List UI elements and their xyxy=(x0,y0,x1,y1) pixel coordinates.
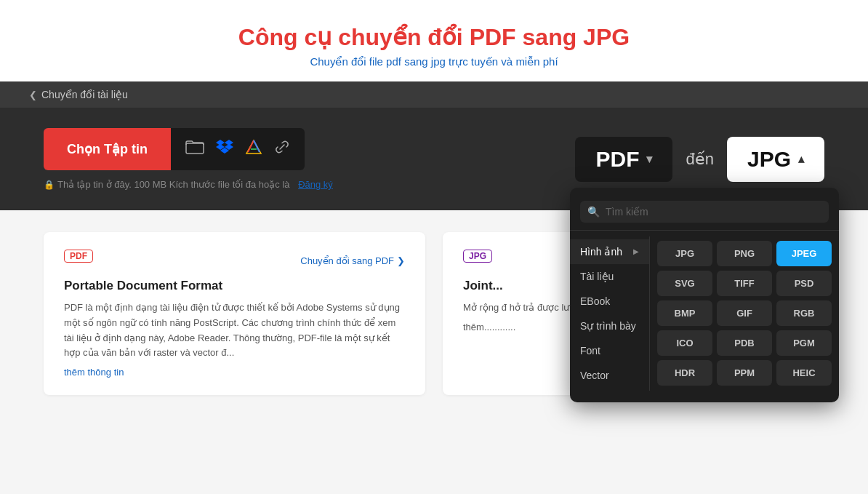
category-item-vector[interactable]: Vector xyxy=(570,363,649,388)
category-arrow-icon: ▶ xyxy=(633,247,639,255)
format-gif[interactable]: GIF xyxy=(717,300,772,326)
category-item-hinh-anh[interactable]: Hình ảnh ▶ xyxy=(570,239,649,264)
category-item-tai-lieu[interactable]: Tài liệu xyxy=(570,264,649,289)
pdf-card: PDF Chuyển đổi sang PDF ❯ Portable Docum… xyxy=(44,232,425,395)
source-format-label: PDF xyxy=(595,147,639,172)
format-rgb[interactable]: RGB xyxy=(776,300,832,326)
drop-text: 🔒 Thả tập tin ở đây. 100 MB Kích thước f… xyxy=(44,179,333,190)
target-format-button[interactable]: JPG ▴ xyxy=(727,137,824,182)
category-item-ebook[interactable]: EBook xyxy=(570,289,649,314)
target-format-wrapper: JPG ▴ 🔍 xyxy=(727,137,824,182)
pdf-card-text: PDF là một định dạng tài liệu điện tử đư… xyxy=(64,300,405,361)
pdf-badge: PDF xyxy=(64,250,93,263)
format-jpeg[interactable]: JPEG xyxy=(776,241,832,266)
right-section: PDF ▾ đến JPG ▴ 🔍 xyxy=(575,137,824,182)
format-png[interactable]: PNG xyxy=(717,241,772,266)
svg-rect-0 xyxy=(186,143,204,154)
choose-file-button[interactable]: Chọn Tập tin xyxy=(44,128,171,170)
format-jpg[interactable]: JPG xyxy=(657,241,712,266)
category-item-font[interactable]: Font xyxy=(570,338,649,363)
format-pdb[interactable]: PDB xyxy=(717,330,772,356)
drop-description: Thả tập tin ở đây. 100 MB Kích thước fil… xyxy=(57,179,290,190)
format-svg[interactable]: SVG xyxy=(657,271,712,296)
category-label: Sự trình bày xyxy=(580,320,636,332)
source-format-button[interactable]: PDF ▾ xyxy=(575,137,672,182)
svg-line-9 xyxy=(254,140,260,152)
to-label: đến xyxy=(686,150,713,169)
choose-file-row: Chọn Tập tin xyxy=(44,128,333,170)
format-psd[interactable]: PSD xyxy=(776,271,832,296)
folder-icon[interactable] xyxy=(185,139,204,159)
target-format-label: JPG xyxy=(747,147,791,172)
search-input-wrapper: 🔍 xyxy=(580,201,829,223)
left-section: Chọn Tập tin xyxy=(44,128,333,190)
format-grid: JPG PNG JPEG SVG TIFF PSD BMP GIF RGB IC… xyxy=(650,236,839,391)
category-item-su-trinh-bay[interactable]: Sự trình bày xyxy=(570,314,649,338)
google-drive-icon[interactable] xyxy=(245,139,262,159)
format-ppm[interactable]: PPM xyxy=(717,360,772,386)
format-bmp[interactable]: BMP xyxy=(657,300,712,326)
dropbox-icon[interactable] xyxy=(216,138,233,160)
search-row: 🔍 xyxy=(570,195,839,231)
category-label: Vector xyxy=(580,370,609,381)
converter-bar: ❮ Chuyển đổi tài liệu Chọn Tập tin xyxy=(0,81,868,210)
file-icons-row xyxy=(171,128,305,170)
link-icon[interactable] xyxy=(274,139,290,159)
convert-link-text: Chuyển đổi sang PDF xyxy=(300,255,394,266)
page-header: Công cụ chuyển đổi PDF sang JPG Chuyển đ… xyxy=(0,0,868,81)
breadcrumb: ❮ Chuyển đổi tài liệu xyxy=(0,81,868,108)
format-tiff[interactable]: TIFF xyxy=(717,271,772,296)
category-label: Font xyxy=(580,345,600,356)
category-label: Tài liệu xyxy=(580,271,614,282)
target-format-chevron-icon: ▴ xyxy=(798,152,804,166)
breadcrumb-text[interactable]: Chuyển đổi tài liệu xyxy=(41,89,128,100)
convert-to-pdf-link[interactable]: Chuyển đổi sang PDF ❯ xyxy=(300,255,405,266)
page-subtitle: Chuyển đổi file pdf sang jpg trực tuyến … xyxy=(0,55,868,68)
page-title: Công cụ chuyển đổi PDF sang JPG xyxy=(0,23,868,51)
jpg-badge: JPG xyxy=(463,250,492,263)
pdf-more-link[interactable]: thêm thông tin xyxy=(64,367,405,378)
link-arrow-icon: ❯ xyxy=(397,255,405,266)
svg-line-8 xyxy=(248,140,254,152)
format-dropdown: 🔍 Hình ảnh ▶ Tài li xyxy=(570,188,839,402)
category-list: Hình ảnh ▶ Tài liệu EBook Sự trình bày xyxy=(570,236,650,391)
pdf-card-title: Portable Document Format xyxy=(64,279,405,293)
source-format-chevron-icon: ▾ xyxy=(646,152,652,166)
format-pgm[interactable]: PGM xyxy=(776,330,832,356)
format-hdr[interactable]: HDR xyxy=(657,360,712,386)
search-icon: 🔍 xyxy=(587,206,600,218)
lock-icon: 🔒 xyxy=(44,180,55,190)
category-label: Hình ảnh xyxy=(580,246,622,258)
format-heic[interactable]: HEIC xyxy=(776,360,832,386)
dropdown-body: Hình ảnh ▶ Tài liệu EBook Sự trình bày xyxy=(570,231,839,397)
converter-main: Chọn Tập tin xyxy=(0,108,868,210)
signup-link[interactable]: Đăng ký xyxy=(298,179,333,190)
breadcrumb-chevron-icon: ❮ xyxy=(29,89,37,100)
format-search-input[interactable] xyxy=(606,206,821,218)
category-label: EBook xyxy=(580,295,610,307)
format-ico[interactable]: ICO xyxy=(657,330,712,356)
